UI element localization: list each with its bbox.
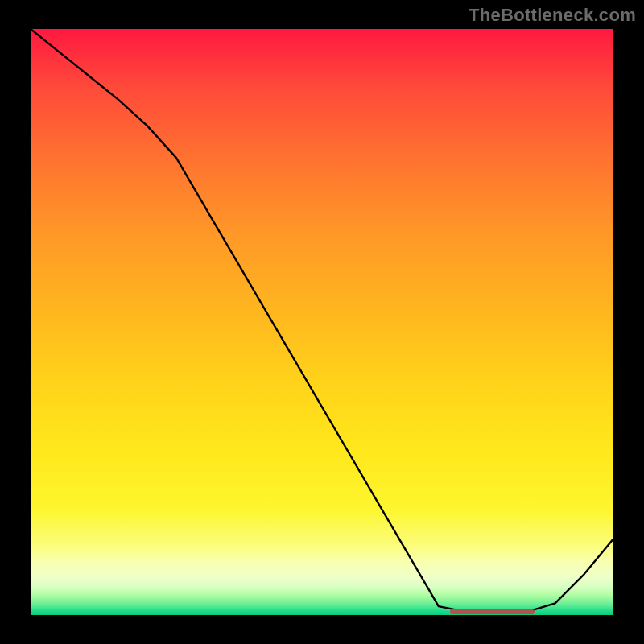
chart-frame: TheBottleneck.com (0, 0, 644, 644)
optimal-range-marker (450, 609, 535, 614)
bottleneck-curve (31, 29, 613, 615)
curve-line (31, 29, 613, 612)
watermark-text: TheBottleneck.com (469, 5, 636, 26)
plot-area (31, 29, 613, 615)
